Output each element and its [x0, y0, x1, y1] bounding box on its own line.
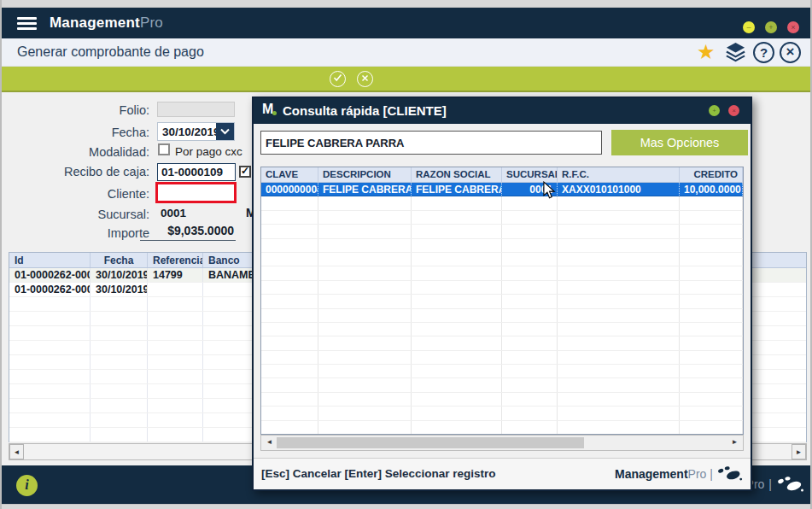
cell [91, 384, 148, 398]
app-logo-light: Pro [140, 15, 163, 31]
cell [680, 351, 743, 364]
dialog-horizontal-scrollbar[interactable]: ◄ ► [260, 435, 744, 451]
accept-icon[interactable] [330, 71, 346, 87]
cell [261, 281, 318, 294]
cell [9, 297, 91, 311]
favorite-icon[interactable]: ★ [697, 40, 716, 64]
column-header-referencia[interactable]: Referencia [148, 253, 203, 267]
column-header-sucursal[interactable]: SUCURSAL [502, 167, 558, 182]
menu-icon[interactable] [17, 17, 37, 30]
cell [261, 196, 318, 209]
paw-logo-icon [716, 465, 744, 482]
cell [148, 413, 203, 427]
cell[interactable]: 30/10/2019 [91, 283, 148, 296]
dialog-title: Consulta rápida [CLIENTE] [283, 103, 447, 118]
dialog-titlebar[interactable]: M Consulta rápida [CLIENTE] + × [254, 98, 751, 124]
cliente-input-required[interactable] [155, 182, 237, 203]
window-bottom-edge [2, 504, 812, 509]
recibo-input[interactable] [157, 163, 236, 181]
cell [412, 211, 502, 224]
cell[interactable]: 30/10/2019 [91, 268, 148, 282]
minimize-button[interactable]: – [743, 21, 755, 33]
empty-row [261, 295, 743, 308]
client-search-input[interactable] [260, 131, 602, 155]
empty-row [261, 421, 743, 435]
cell [558, 211, 680, 224]
page-header: Generar comprobante de pago ★ ? × [2, 38, 812, 67]
cell [558, 309, 680, 322]
cell [9, 312, 91, 325]
por-pago-cxc-checkbox[interactable] [158, 143, 170, 155]
cell [412, 295, 502, 307]
cell [261, 309, 318, 322]
fecha-value: 30/10/2019 [162, 126, 220, 138]
scroll-left-icon[interactable]: ◄ [9, 444, 24, 459]
cell [680, 407, 743, 419]
cell [680, 393, 743, 406]
page-title: Generar comprobante de pago [17, 44, 204, 60]
cell[interactable]: 0000000004 [261, 183, 318, 196]
cell [261, 407, 318, 419]
cell[interactable] [148, 283, 203, 296]
cell [318, 281, 412, 294]
column-header-razon-social[interactable]: RAZON SOCIAL [412, 167, 502, 182]
fecha-label: Fecha: [4, 126, 149, 139]
layers-icon[interactable] [724, 42, 745, 63]
dialog-maximize-button[interactable]: + [709, 105, 720, 116]
cell [558, 225, 680, 237]
column-header-id[interactable]: Id [9, 253, 91, 267]
fecha-dropdown-icon[interactable] [216, 123, 234, 140]
dialog-scroll-right-icon[interactable]: ► [728, 436, 741, 450]
dialog-scroll-left-icon[interactable]: ◄ [263, 436, 276, 450]
por-pago-cxc-label: Por pago cxc [175, 145, 242, 158]
close-page-icon[interactable]: × [780, 42, 801, 63]
cell [412, 393, 502, 406]
cell [91, 413, 148, 427]
info-icon[interactable]: i [16, 475, 38, 496]
cell [318, 295, 412, 307]
cell[interactable]: XAXX010101000 [558, 183, 680, 196]
scroll-right-icon[interactable]: ► [792, 444, 806, 459]
cell [680, 309, 743, 322]
cell [91, 355, 148, 369]
fecha-field[interactable]: 30/10/2019 [157, 122, 235, 141]
table-row[interactable]: 0000000004FELIPE CABRERA PARRAFELIPE CAB… [261, 183, 743, 196]
close-button[interactable]: × [787, 21, 799, 33]
dialog-close-button[interactable]: × [728, 105, 739, 116]
cell [318, 309, 412, 322]
cell[interactable]: 14799 [148, 268, 203, 282]
cell[interactable]: 01-0000262-0003 [9, 268, 91, 282]
cell [148, 355, 203, 369]
column-header-fecha[interactable]: Fecha [91, 253, 148, 267]
cell [91, 312, 148, 325]
cell [502, 336, 558, 349]
column-header-clave[interactable]: CLAVE [261, 167, 318, 182]
empty-row [261, 365, 743, 378]
cell [261, 323, 318, 336]
cell [502, 225, 558, 237]
help-icon[interactable]: ? [753, 42, 774, 63]
cell [318, 393, 412, 406]
more-options-button[interactable]: Mas Opciones [611, 130, 748, 155]
cancel-icon[interactable] [357, 71, 373, 87]
column-header-descripcion[interactable]: DESCRIPCION [318, 167, 412, 182]
folio-field[interactable] [157, 102, 235, 117]
dialog-scrollbar-thumb[interactable] [277, 437, 584, 448]
cell[interactable]: FELIPE CABRERA PARRA [318, 183, 412, 196]
maximize-button[interactable]: + [765, 21, 777, 33]
column-header-r-f-c-[interactable]: R.F.C. [558, 167, 680, 182]
empty-row [261, 281, 743, 295]
recibo-checkbox-checked[interactable] [239, 166, 251, 178]
empty-row [261, 336, 743, 350]
cell [558, 407, 680, 419]
column-header-credito[interactable]: CREDITO [680, 167, 743, 182]
cell [558, 378, 680, 391]
empty-row [261, 393, 743, 407]
cell [680, 196, 743, 209]
cell [680, 295, 743, 307]
cell[interactable]: FELIPE CABRERA PARRA [412, 183, 502, 196]
cell[interactable]: 01-0000262-0004 [9, 283, 91, 296]
app-titlebar: ManagementPro – + × [2, 8, 812, 38]
cell[interactable]: 10,000.0000 [680, 183, 743, 196]
cell [261, 351, 318, 364]
